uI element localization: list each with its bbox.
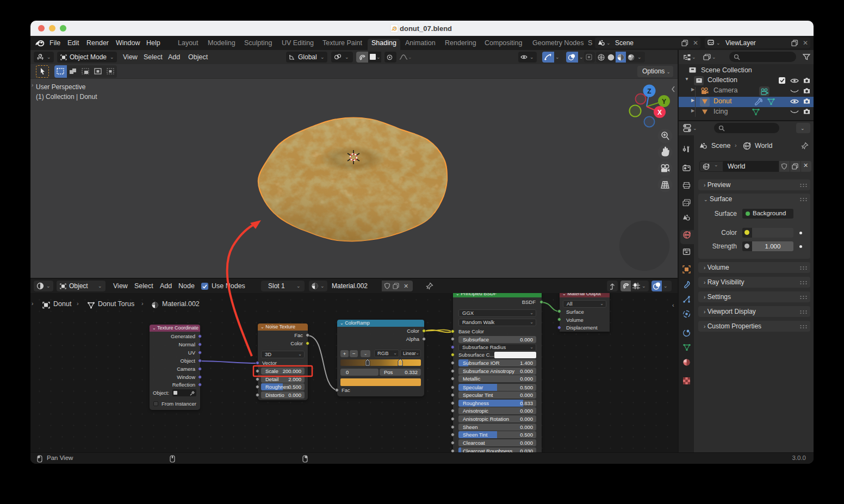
svg-text:Y: Y [662,98,666,105]
svg-text:X: X [657,109,662,116]
svg-text:Z: Z [647,88,651,95]
